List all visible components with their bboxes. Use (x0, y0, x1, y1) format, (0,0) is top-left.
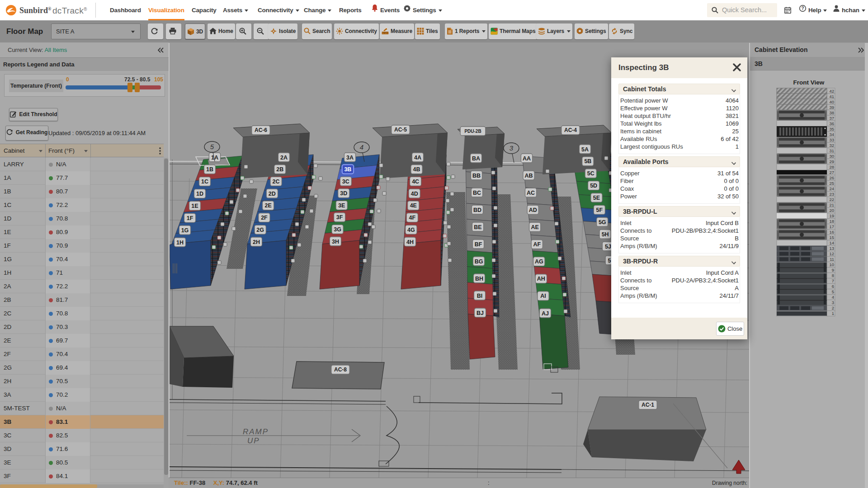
svg-text:4B: 4B (413, 166, 420, 173)
svg-text:36: 36 (829, 121, 834, 126)
svg-text:3H: 3H (332, 239, 339, 245)
svg-text:1: 1 (832, 311, 834, 316)
svg-text:AH: AH (537, 276, 545, 282)
svg-text:4H: 4H (406, 239, 414, 245)
svg-text:11: 11 (830, 257, 834, 262)
svg-text:32: 32 (829, 143, 834, 148)
svg-text:5J: 5J (605, 244, 611, 250)
svg-text:5F: 5F (596, 207, 603, 213)
svg-text:34: 34 (829, 132, 834, 137)
svg-text:AC: AC (527, 190, 535, 196)
svg-text:2: 2 (832, 305, 834, 310)
svg-text:3A: 3A (346, 155, 354, 161)
svg-text:UP: UP (247, 436, 260, 445)
svg-text:14: 14 (829, 240, 834, 245)
svg-text:3: 3 (509, 144, 514, 152)
svg-text:3G: 3G (334, 226, 341, 233)
svg-text:12: 12 (829, 251, 834, 256)
svg-text:1A: 1A (211, 155, 218, 161)
svg-text:BF: BF (475, 241, 482, 248)
svg-text:3D: 3D (340, 190, 347, 197)
svg-text:3E: 3E (338, 202, 345, 209)
svg-text:4A: 4A (414, 155, 421, 161)
svg-text:3B: 3B (344, 166, 351, 173)
svg-text:AC-8: AC-8 (334, 366, 347, 373)
svg-text:19: 19 (829, 213, 834, 218)
svg-text:AJ: AJ (542, 310, 549, 317)
svg-text:4C: 4C (412, 178, 419, 185)
svg-text:AC-6: AC-6 (255, 127, 267, 133)
svg-text:35: 35 (829, 127, 834, 131)
svg-text:BD: BD (473, 207, 481, 213)
svg-text:4: 4 (360, 143, 363, 151)
svg-text:41: 41 (829, 94, 834, 99)
svg-text:38: 38 (829, 110, 834, 115)
svg-text:AC-1: AC-1 (642, 402, 654, 408)
svg-text:2F: 2F (261, 215, 268, 221)
svg-text:13: 13 (829, 246, 834, 251)
svg-text:BB: BB (472, 173, 481, 179)
svg-text:15: 15 (829, 235, 834, 240)
svg-text:2G: 2G (256, 227, 264, 233)
svg-text:7: 7 (832, 278, 834, 283)
svg-text:6: 6 (832, 284, 834, 289)
svg-text:3F: 3F (336, 214, 343, 221)
svg-text:AC-5: AC-5 (394, 127, 407, 133)
svg-text:33: 33 (829, 137, 834, 142)
svg-text:9: 9 (832, 267, 834, 272)
svg-text:AI: AI (540, 293, 546, 299)
svg-text:2A: 2A (280, 155, 288, 161)
svg-text:3: 3 (832, 300, 834, 305)
svg-text:5: 5 (832, 289, 834, 294)
svg-text:AD: AD (529, 207, 537, 213)
svg-text:37: 37 (829, 116, 834, 121)
svg-text:BC: BC (473, 190, 481, 196)
svg-text:5: 5 (210, 143, 214, 150)
svg-text:26: 26 (829, 175, 834, 180)
svg-text:1E: 1E (191, 203, 198, 209)
svg-text:BJ: BJ (476, 310, 484, 316)
svg-text:AC-4: AC-4 (564, 127, 577, 133)
svg-text:5H: 5H (602, 231, 609, 238)
svg-text:BH: BH (475, 276, 483, 282)
svg-text:39: 39 (829, 105, 834, 110)
svg-text:BI: BI (477, 293, 483, 299)
svg-text:1B: 1B (206, 166, 213, 173)
svg-text:30: 30 (829, 154, 834, 159)
svg-text:25: 25 (829, 181, 834, 186)
svg-text:4E: 4E (410, 202, 417, 209)
svg-text:42: 42 (829, 89, 834, 94)
svg-text:3C: 3C (342, 178, 349, 185)
svg-text:PDU-2B: PDU-2B (464, 129, 481, 134)
svg-text:AF: AF (533, 241, 541, 248)
svg-text:18: 18 (829, 219, 834, 224)
svg-text:28: 28 (829, 164, 834, 169)
svg-text:BE: BE (474, 224, 481, 230)
svg-text:23: 23 (829, 192, 834, 197)
svg-text:5G: 5G (599, 219, 606, 225)
svg-text:AE: AE (531, 224, 539, 230)
svg-text:8: 8 (832, 273, 834, 278)
svg-text:10: 10 (829, 262, 834, 267)
svg-text:40: 40 (829, 99, 834, 104)
svg-text:AB: AB (525, 173, 533, 179)
svg-text:5B: 5B (584, 158, 591, 164)
svg-text:1C: 1C (201, 178, 208, 185)
svg-text:29: 29 (829, 159, 834, 164)
svg-text:24: 24 (829, 186, 834, 191)
svg-text:2D: 2D (269, 191, 276, 197)
svg-text:1G: 1G (181, 227, 189, 234)
svg-text:5: 5 (608, 258, 611, 264)
svg-text:1D: 1D (196, 191, 203, 197)
svg-text:2E: 2E (264, 202, 271, 209)
svg-text:21: 21 (829, 202, 834, 207)
svg-text:5A: 5A (581, 146, 589, 153)
svg-text:1H: 1H (176, 239, 184, 246)
svg-text:31: 31 (829, 148, 834, 153)
svg-text:4G: 4G (407, 227, 415, 233)
svg-text:4: 4 (832, 295, 834, 300)
svg-text:BG: BG (475, 258, 483, 265)
svg-text:2C: 2C (273, 178, 280, 185)
svg-text:20: 20 (829, 208, 834, 213)
svg-text:22: 22 (829, 197, 834, 202)
